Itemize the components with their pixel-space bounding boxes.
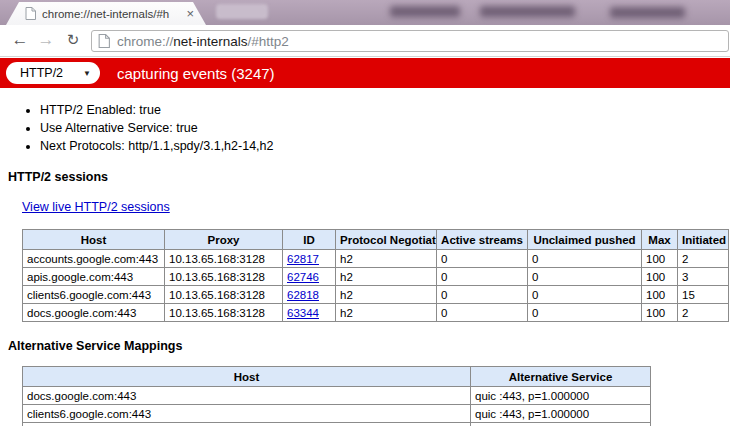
tab-strip: chrome://net-internals/#h × — [0, 0, 730, 25]
cell-unclaimed: 0 — [528, 304, 642, 322]
cell-active: 0 — [437, 250, 528, 268]
table-row: accounts.google.com:443 10.13.65.168:312… — [23, 250, 729, 268]
cell-active: 0 — [437, 268, 528, 286]
session-id-link[interactable]: 62818 — [287, 289, 319, 301]
table-row: docs.google.com:443 quic :443, p=1.00000… — [23, 387, 651, 405]
cell-unclaimed: 0 — [528, 268, 642, 286]
view-select-dropdown[interactable]: HTTP/2 ▼ — [6, 62, 100, 84]
cell-protocol: h2 — [336, 304, 437, 322]
table-row: clients6.google.com:443 quic :443, p=1.0… — [23, 405, 651, 423]
browser-tab[interactable]: chrome://net-internals/#h × — [6, 2, 206, 25]
table-row-cutoff — [23, 423, 651, 426]
table-row: clients6.google.com:443 10.13.65.168:312… — [23, 286, 729, 304]
blurred-frame-text — [390, 6, 460, 17]
url-scheme: chrome:// — [117, 34, 173, 49]
table-header-row: Host Alternative Service — [23, 367, 651, 387]
cell-active: 0 — [437, 286, 528, 304]
list-item: Use Alternative Service: true — [40, 121, 730, 135]
back-icon[interactable]: ← — [8, 28, 32, 52]
cell-service: quic :443, p=1.000000 — [471, 387, 651, 405]
toolbar: ← → ↻ chrome://net-internals/#http2 — [0, 25, 730, 57]
url-host: net-internals — [173, 34, 247, 49]
cell-max: 100 — [642, 268, 678, 286]
session-id-link[interactable]: 62746 — [287, 271, 319, 283]
col-header-proxy: Proxy — [165, 230, 283, 250]
cell-proxy: 10.13.65.168:3128 — [165, 250, 283, 268]
cell-active: 0 — [437, 304, 528, 322]
cell-host: docs.google.com:443 — [23, 387, 471, 405]
col-header-host: Host — [23, 230, 165, 250]
cell-protocol: h2 — [336, 268, 437, 286]
col-header-id: ID — [283, 230, 336, 250]
url-page-icon — [98, 34, 110, 48]
col-header-initiated: Initiated — [678, 230, 729, 250]
cell-max: 100 — [642, 304, 678, 322]
url-text: chrome://net-internals/#http2 — [117, 34, 289, 49]
table-row: apis.google.com:443 10.13.65.168:3128 62… — [23, 268, 729, 286]
http2-sessions-table: Host Proxy ID Protocol Negotiated Active… — [22, 229, 729, 322]
cell-host: clients6.google.com:443 — [23, 405, 471, 423]
cell-proxy: 10.13.65.168:3128 — [165, 286, 283, 304]
session-id-link[interactable]: 63344 — [287, 307, 319, 319]
col-header-host: Host — [23, 367, 471, 387]
list-item: HTTP/2 Enabled: true — [40, 103, 730, 117]
cell-host: clients6.google.com:443 — [23, 286, 165, 304]
address-bar[interactable]: chrome://net-internals/#http2 — [91, 30, 729, 52]
table-header-row: Host Proxy ID Protocol Negotiated Active… — [23, 230, 729, 250]
cell-host: apis.google.com:443 — [23, 268, 165, 286]
browser-window: chrome://net-internals/#h × ← → ↻ chrome… — [0, 0, 730, 440]
http2-properties-list: HTTP/2 Enabled: true Use Alternative Ser… — [0, 103, 730, 153]
capture-status-bar: HTTP/2 ▼ capturing events (3247) — [0, 58, 730, 88]
cell-initiated: 2 — [678, 304, 729, 322]
cell-max: 100 — [642, 250, 678, 268]
alt-service-heading: Alternative Service Mappings — [8, 339, 730, 353]
tab-close-icon[interactable]: × — [186, 7, 194, 20]
cell-proxy: 10.13.65.168:3128 — [165, 304, 283, 322]
view-live-sessions-link[interactable]: View live HTTP/2 sessions — [22, 200, 170, 214]
cell-host: docs.google.com:443 — [23, 304, 165, 322]
alt-service-table: Host Alternative Service docs.google.com… — [22, 366, 651, 426]
cell-proxy: 10.13.65.168:3128 — [165, 268, 283, 286]
col-header-active-streams: Active streams — [437, 230, 528, 250]
cell-unclaimed: 0 — [528, 286, 642, 304]
col-header-alt-service: Alternative Service — [471, 367, 651, 387]
chevron-down-icon: ▼ — [83, 69, 91, 78]
cell-initiated: 2 — [678, 250, 729, 268]
new-tab-button[interactable] — [216, 4, 268, 19]
url-path: /#http2 — [248, 34, 289, 49]
capturing-events-status: capturing events (3247) — [117, 65, 275, 82]
list-item: Next Protocols: http/1.1,spdy/3.1,h2-14,… — [40, 139, 730, 153]
cell-unclaimed: 0 — [528, 250, 642, 268]
tab-favicon-page-icon — [25, 7, 36, 20]
forward-icon[interactable]: → — [34, 28, 58, 52]
blurred-frame-text — [480, 6, 575, 17]
table-row: docs.google.com:443 10.13.65.168:3128 63… — [23, 304, 729, 322]
col-header-unclaimed-pushed: Unclaimed pushed — [528, 230, 642, 250]
cell-protocol: h2 — [336, 250, 437, 268]
cell-protocol: h2 — [336, 286, 437, 304]
view-select-value: HTTP/2 — [20, 66, 63, 80]
cell-initiated: 3 — [678, 268, 729, 286]
page-content: HTTP/2 Enabled: true Use Alternative Ser… — [0, 88, 730, 440]
blurred-frame-text — [610, 7, 685, 18]
sessions-heading: HTTP/2 sessions — [8, 170, 730, 184]
col-header-protocol: Protocol Negotiated — [336, 230, 437, 250]
cell-initiated: 15 — [678, 286, 729, 304]
reload-icon[interactable]: ↻ — [61, 28, 85, 52]
cell-service: quic :443, p=1.000000 — [471, 405, 651, 423]
col-header-max: Max — [642, 230, 678, 250]
tab-title: chrome://net-internals/#h — [42, 8, 182, 20]
cell-max: 100 — [642, 286, 678, 304]
cell-host: accounts.google.com:443 — [23, 250, 165, 268]
session-id-link[interactable]: 62817 — [287, 253, 319, 265]
